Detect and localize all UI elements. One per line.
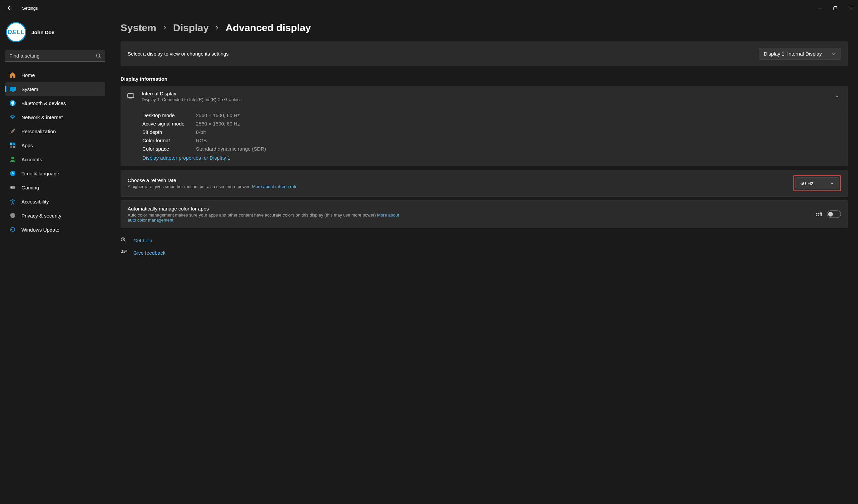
auto-color-state-label: Off bbox=[815, 212, 822, 217]
auto-color-subtitle: Auto color management makes sure your ap… bbox=[128, 212, 376, 217]
refresh-rate-subtitle: A higher rate gives smoother motion, but… bbox=[128, 184, 250, 189]
update-icon bbox=[10, 226, 16, 233]
auto-color-toggle[interactable] bbox=[827, 211, 841, 218]
svg-rect-11 bbox=[10, 146, 12, 148]
close-icon bbox=[848, 6, 852, 10]
refresh-rate-more-link[interactable]: More about refresh rate bbox=[252, 184, 297, 189]
paintbrush-icon bbox=[10, 128, 16, 134]
select-display-panel: Select a display to view or change its s… bbox=[121, 42, 848, 66]
close-button[interactable] bbox=[843, 3, 858, 13]
sidebar-item-label: Apps bbox=[21, 143, 33, 148]
user-profile[interactable]: DELL John Doe bbox=[5, 20, 105, 48]
maximize-icon bbox=[833, 6, 837, 10]
svg-point-22 bbox=[122, 250, 123, 252]
svg-rect-12 bbox=[13, 146, 15, 148]
user-name: John Doe bbox=[31, 30, 54, 35]
minimize-button[interactable] bbox=[812, 3, 827, 13]
sidebar-item-home[interactable]: Home bbox=[5, 68, 105, 82]
refresh-rate-value: 60 Hz bbox=[800, 180, 813, 186]
give-feedback-label: Give feedback bbox=[133, 250, 165, 256]
sidebar-item-bluetooth[interactable]: Bluetooth & devices bbox=[5, 96, 105, 110]
svg-line-5 bbox=[99, 57, 101, 58]
desktop-mode-value: 2560 × 1600, 60 Hz bbox=[196, 112, 841, 118]
section-heading: Display information bbox=[121, 76, 848, 82]
auto-color-panel: Automatically manage color for apps Auto… bbox=[121, 200, 848, 228]
search-icon bbox=[96, 53, 101, 59]
chevron-down-icon bbox=[830, 181, 834, 185]
color-space-label: Color space bbox=[142, 146, 196, 151]
svg-rect-6 bbox=[10, 87, 16, 91]
sidebar-item-label: System bbox=[21, 86, 38, 92]
sidebar-item-accessibility[interactable]: Accessibility bbox=[5, 195, 105, 208]
monitor-icon bbox=[127, 92, 134, 101]
breadcrumb-display[interactable]: Display bbox=[173, 22, 209, 33]
breadcrumb: System Display Advanced display bbox=[121, 22, 848, 33]
footer-links: Get help Give feedback bbox=[121, 237, 848, 256]
display-info-body: Desktop mode 2560 × 1600, 60 Hz Active s… bbox=[121, 107, 848, 166]
chevron-right-icon bbox=[214, 26, 219, 30]
sidebar-item-time-language[interactable]: Time & language bbox=[5, 167, 105, 180]
sidebar-item-gaming[interactable]: Gaming bbox=[5, 181, 105, 194]
sidebar-item-privacy[interactable]: Privacy & security bbox=[5, 209, 105, 222]
active-signal-mode-label: Active signal mode bbox=[142, 121, 196, 127]
back-button[interactable] bbox=[6, 5, 13, 11]
sidebar-item-label: Home bbox=[21, 72, 35, 78]
main-content: System Display Advanced display Select a… bbox=[111, 16, 858, 504]
display-info-title: Internal Display bbox=[142, 91, 241, 96]
home-icon bbox=[10, 71, 16, 78]
sidebar-item-label: Windows Update bbox=[21, 227, 59, 232]
bluetooth-icon bbox=[10, 100, 16, 107]
svg-rect-23 bbox=[124, 250, 126, 252]
active-signal-mode-value: 2560 × 1600, 60 Hz bbox=[196, 121, 841, 127]
svg-rect-18 bbox=[128, 93, 133, 97]
sidebar-item-label: Accessibility bbox=[21, 199, 49, 205]
sidebar-item-label: Network & internet bbox=[21, 114, 63, 120]
sidebar-item-label: Bluetooth & devices bbox=[21, 100, 66, 106]
wifi-icon bbox=[10, 114, 16, 120]
get-help-link[interactable]: Get help bbox=[121, 237, 848, 244]
svg-point-16 bbox=[14, 187, 14, 188]
avatar-label: DELL bbox=[8, 29, 25, 36]
display-info-header[interactable]: Internal Display Display 1: Connected to… bbox=[121, 86, 848, 107]
maximize-button[interactable] bbox=[827, 3, 843, 13]
sidebar-item-label: Personalization bbox=[21, 129, 56, 134]
display-adapter-link[interactable]: Display adapter properties for Display 1 bbox=[142, 155, 231, 161]
give-feedback-link[interactable]: Give feedback bbox=[121, 249, 848, 256]
display-info-subtitle: Display 1: Connected to Intel(R) Iris(R)… bbox=[142, 97, 241, 102]
svg-rect-7 bbox=[12, 91, 14, 92]
display-selector-value: Display 1: Internal Display bbox=[764, 51, 822, 56]
sidebar-item-accounts[interactable]: Accounts bbox=[5, 152, 105, 166]
apps-icon bbox=[10, 142, 16, 149]
svg-point-17 bbox=[12, 199, 13, 200]
display-selector-dropdown[interactable]: Display 1: Internal Display bbox=[759, 48, 841, 60]
sidebar-item-network[interactable]: Network & internet bbox=[5, 111, 105, 124]
color-format-value: RGB bbox=[196, 137, 841, 143]
chevron-up-icon bbox=[835, 94, 839, 98]
refresh-rate-title: Choose a refresh rate bbox=[128, 177, 297, 183]
sidebar-item-apps[interactable]: Apps bbox=[5, 139, 105, 152]
sidebar-item-label: Accounts bbox=[21, 157, 42, 162]
help-icon bbox=[121, 237, 127, 244]
search-box[interactable] bbox=[5, 50, 105, 62]
breadcrumb-system[interactable]: System bbox=[121, 22, 156, 33]
svg-rect-10 bbox=[13, 143, 15, 145]
chevron-down-icon bbox=[832, 52, 836, 56]
svg-point-21 bbox=[123, 240, 123, 241]
sidebar-item-label: Time & language bbox=[21, 171, 59, 176]
refresh-rate-dropdown[interactable]: 60 Hz bbox=[795, 177, 839, 189]
svg-rect-9 bbox=[10, 143, 12, 145]
display-info-panel: Internal Display Display 1: Connected to… bbox=[121, 86, 848, 166]
sidebar-item-windows-update[interactable]: Windows Update bbox=[5, 223, 105, 236]
svg-point-13 bbox=[11, 157, 14, 159]
sidebar: DELL John Doe Home System B bbox=[0, 16, 111, 504]
window-title: Settings bbox=[22, 6, 38, 11]
sidebar-item-label: Privacy & security bbox=[21, 213, 61, 218]
search-input[interactable] bbox=[5, 50, 105, 61]
bit-depth-value: 8-bit bbox=[196, 129, 841, 135]
svg-rect-1 bbox=[833, 7, 836, 10]
arrow-left-icon bbox=[7, 5, 12, 11]
color-space-value: Standard dynamic range (SDR) bbox=[196, 146, 841, 151]
sidebar-item-personalization[interactable]: Personalization bbox=[5, 125, 105, 138]
sidebar-item-system[interactable]: System bbox=[5, 82, 105, 96]
auto-color-title: Automatically manage color for apps bbox=[128, 206, 402, 212]
